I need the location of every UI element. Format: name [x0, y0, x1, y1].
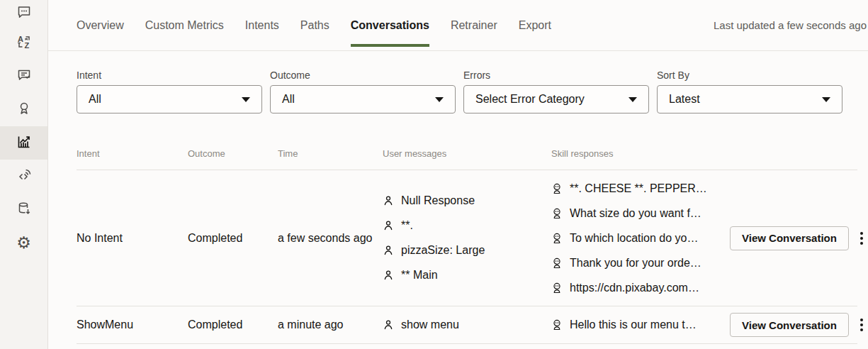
translate-icon: A Z [16, 34, 32, 52]
sidebar-item-messages[interactable] [0, 60, 47, 93]
code-signal-icon [16, 167, 32, 186]
message-check-icon [16, 67, 32, 86]
table-row: No Intent Completed a few seconds ago Nu… [77, 170, 857, 306]
col-header-intent: Intent [77, 148, 188, 159]
bot-icon [551, 233, 563, 244]
filter-errors: Errors Select Error Category [463, 70, 649, 113]
user-message: pizzaSize: Large [383, 238, 551, 263]
intent-filter-value: All [89, 93, 101, 106]
skill-response: **. CHEESE **. PEPPER… [551, 176, 730, 201]
sidebar-item-chat[interactable] [0, 0, 47, 26]
svg-text:A: A [18, 34, 23, 43]
tab-bar: Overview Custom Metrics Intents Paths Co… [48, 0, 868, 51]
user-message: Null Response [383, 189, 551, 214]
chevron-down-icon [822, 97, 830, 102]
errors-filter-label: Errors [463, 70, 649, 81]
intent-filter-select[interactable]: All [77, 85, 262, 113]
filter-intent: Intent All [77, 70, 262, 113]
chevron-down-icon [435, 97, 444, 102]
cell-time: a minute ago [278, 318, 383, 331]
outcome-filter-value: All [282, 93, 295, 106]
cell-user-messages: show menu [383, 313, 551, 338]
sidebar-item-analytics[interactable] [0, 126, 47, 160]
cell-intent: ShowMenu [77, 318, 188, 331]
cell-actions: View Conversation [730, 226, 866, 250]
user-icon [383, 195, 394, 206]
sidebar-item-channels[interactable] [0, 160, 47, 193]
skill-response: Hello this is our menu t… [551, 313, 730, 338]
cell-time: a few seconds ago [278, 232, 383, 245]
tab-paths[interactable]: Paths [300, 0, 329, 50]
outcome-filter-label: Outcome [270, 70, 456, 81]
bot-icon [551, 183, 563, 194]
view-conversation-button[interactable]: View Conversation [730, 226, 849, 250]
cell-actions: View Conversation [730, 313, 866, 337]
conversations-table: Intent Outcome Time User messages Skill … [77, 113, 857, 344]
settings-gear-icon: ⚙ [16, 235, 31, 251]
sidebar: A Z [0, 0, 48, 349]
bot-icon [551, 282, 563, 294]
skill-response: https://cdn.pixabay.com… [551, 275, 730, 300]
sidebar-item-badge[interactable] [0, 93, 47, 126]
sidebar-item-data-export[interactable] [0, 193, 47, 226]
tab-conversations[interactable]: Conversations [351, 0, 429, 50]
cell-skill-responses: **. CHEESE **. PEPPER… What size do you … [551, 176, 730, 300]
intent-filter-label: Intent [77, 70, 262, 81]
tab-custom-metrics[interactable]: Custom Metrics [145, 0, 224, 50]
user-message: ** Main [383, 263, 551, 288]
table-header: Intent Outcome Time User messages Skill … [77, 138, 857, 170]
chevron-down-icon [629, 97, 637, 102]
user-message: **. [383, 214, 551, 238]
tab-retrainer[interactable]: Retrainer [451, 0, 497, 50]
outcome-filter-select[interactable]: All [270, 85, 456, 113]
chevron-down-icon [242, 97, 250, 102]
sort-by-filter-value: Latest [669, 93, 700, 106]
filter-sort-by: Sort By Latest [657, 70, 842, 113]
bot-icon [551, 319, 563, 331]
col-header-skill-responses: Skill responses [551, 148, 730, 159]
skill-response: What size do you want f… [551, 201, 730, 226]
bot-icon [551, 257, 563, 269]
last-updated-text: Last updated a few seconds ago [714, 19, 867, 31]
errors-filter-select[interactable]: Select Error Category [463, 85, 649, 113]
bot-icon [551, 208, 563, 219]
sort-by-filter-select[interactable]: Latest [657, 85, 842, 113]
sidebar-item-translate[interactable]: A Z [0, 26, 47, 60]
cell-user-messages: Null Response **. pizzaSize: Large ** Ma… [383, 189, 551, 288]
filter-bar: Intent All Outcome All Errors Select Err… [48, 51, 868, 113]
view-conversation-button[interactable]: View Conversation [730, 313, 849, 337]
user-icon [383, 245, 394, 256]
kebab-menu-icon[interactable] [859, 316, 864, 333]
table-row: ShowMenu Completed a minute ago show men… [77, 306, 857, 344]
badge-icon [16, 101, 32, 119]
user-icon [383, 220, 394, 231]
chat-dots-icon [16, 4, 32, 23]
main-content: Overview Custom Metrics Intents Paths Co… [48, 0, 868, 349]
cell-outcome: Completed [188, 232, 278, 245]
database-export-icon [16, 201, 32, 219]
skill-response: To which location do yo… [551, 226, 730, 250]
user-message: show menu [383, 313, 551, 338]
col-header-outcome: Outcome [188, 148, 278, 159]
svg-text:Z: Z [24, 41, 29, 50]
skill-response: Thank you for your orde… [551, 250, 730, 275]
user-icon [383, 319, 394, 331]
col-header-user-messages: User messages [383, 148, 551, 159]
tab-intents[interactable]: Intents [245, 0, 279, 50]
analytics-icon [16, 133, 33, 153]
sort-by-filter-label: Sort By [657, 70, 842, 81]
cell-outcome: Completed [188, 318, 278, 331]
cell-intent: No Intent [77, 232, 188, 245]
tab-overview[interactable]: Overview [77, 0, 124, 50]
sidebar-item-settings[interactable]: ⚙ [0, 226, 47, 260]
filter-outcome: Outcome All [270, 70, 456, 113]
errors-filter-value: Select Error Category [475, 93, 585, 106]
tab-export[interactable]: Export [519, 0, 551, 50]
user-icon [383, 270, 394, 281]
kebab-menu-icon[interactable] [859, 230, 864, 247]
cell-skill-responses: Hello this is our menu t… [551, 313, 730, 338]
col-header-time: Time [278, 148, 383, 159]
